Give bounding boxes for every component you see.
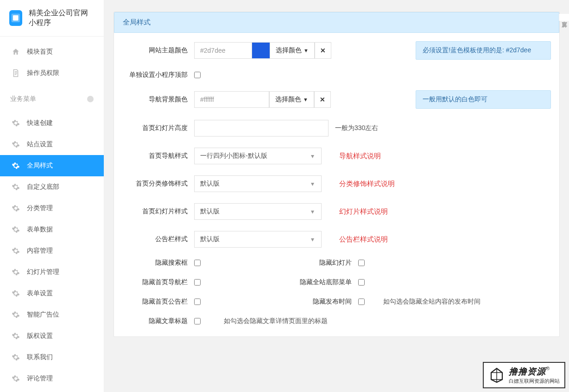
watermark-main: 撸撸资源 [509,367,546,376]
nav-label: 操作员权限 [27,69,59,77]
label-cat-style: 首页分类修饰样式 [122,180,194,188]
chevron-down-icon: ▾ [304,203,322,220]
nav-biz-item[interactable]: 幻灯片管理 [0,261,104,283]
nav-bg-input[interactable] [194,91,269,108]
app-header: 精美企业公司官网小程序 [0,0,104,37]
gear-icon [11,118,20,128]
theme-color-clear-button[interactable]: ✕ [315,42,331,59]
nav-label: 全局样式 [27,162,53,170]
top-separate-checkbox[interactable] [194,72,201,78]
gear-icon [11,289,20,298]
theme-color-swatch [252,42,270,59]
hide-pubtime-checkbox[interactable] [358,299,365,305]
hide-slide-checkbox[interactable] [358,260,365,266]
gear-icon [11,140,20,149]
label-theme-color: 网站主题颜色 [122,46,194,55]
app-logo-icon [9,10,22,26]
nav-label: 幻灯片管理 [27,268,59,276]
label-hide-pubtime: 隐藏发布时间 [201,298,358,306]
nav-biz-item[interactable]: 内容管理 [0,240,104,261]
caret-down-icon: ▼ [303,48,309,53]
hide-title-checkbox[interactable] [194,318,201,324]
watermark: 撸撸资源® 白嫖互联网资源的网站 [483,362,565,388]
watermark-reg: ® [546,366,550,371]
nav-module-home[interactable]: 模块首页 [0,41,104,62]
theme-color-picker-button[interactable]: 选择颜色▼ [270,42,315,59]
slide-height-input[interactable] [194,120,329,137]
label-nav-style: 首页导航样式 [122,152,194,160]
label-slide-height: 首页幻灯片高度 [122,124,194,132]
collapse-icon[interactable] [87,96,94,102]
gear-icon [11,331,20,341]
watermark-logo-icon [488,367,505,384]
nav-biz-item[interactable]: 自定义底部 [0,176,104,198]
svg-rect-1 [13,15,18,20]
label-hide-search: 隐藏搜索框 [122,259,194,267]
gear-icon [11,182,20,192]
nav-label: 评论管理 [27,374,53,383]
nav-biz-item[interactable]: 站点设置 [0,134,104,155]
nav-label: 分类管理 [27,204,53,212]
label-hide-footer: 隐藏全站底部菜单 [201,278,358,286]
hide-footer-checkbox[interactable] [358,279,365,286]
gear-icon [11,161,20,170]
nav-operator-perm[interactable]: 操作员权限 [0,62,104,84]
cat-style-select[interactable]: 默认版 ▾ [194,175,322,192]
chevron-down-icon: ▾ [304,231,322,248]
hide-home-nav-checkbox[interactable] [194,279,201,286]
caret-down-icon: ▼ [303,97,308,102]
gear-icon [11,268,20,277]
chevron-down-icon: ▾ [304,175,322,192]
hide-notice-checkbox[interactable] [194,299,201,305]
nav-label: 模块首页 [27,48,53,56]
gear-icon [11,310,20,319]
right-edge-label: 宽 屏 [559,14,569,21]
hide-title-hint: 如勾选会隐藏文章详情页面里的标题 [224,317,328,325]
nav-biz-item[interactable]: 智能广告位 [0,304,104,325]
nav-label: 智能广告位 [27,311,59,319]
theme-color-input[interactable] [194,42,252,59]
nav-biz-item[interactable]: 表单数据 [0,219,104,240]
notice-style-select[interactable]: 默认版 ▾ [194,231,322,248]
home-icon [11,47,20,56]
nav-label: 自定义底部 [27,183,59,191]
gear-icon [11,246,20,255]
slide-height-hint: 一般为330左右 [335,124,378,132]
nav-biz-item[interactable]: 表单设置 [0,283,104,304]
hide-pubtime-hint: 如勾选会隐藏全站内容的发布时间 [383,298,480,306]
nav-biz-item[interactable]: 快速创建 [0,112,104,134]
label-nav-bg: 导航背景颜色 [122,95,194,104]
nav-label: 站点设置 [27,140,53,149]
section-business-menu: 业务菜单 [0,88,104,108]
section-label: 业务菜单 [10,95,36,103]
nav-label: 联系我们 [27,353,53,361]
theme-color-hint: 必须设置!蓝色模板使用的是: #2d7dee [416,41,551,60]
nav-label: 表单设置 [27,289,53,298]
nav-label: 表单数据 [27,225,53,234]
label-top-separate: 单独设置小程序顶部 [122,71,194,79]
label-hide-notice: 隐藏首页公告栏 [122,298,194,306]
nav-biz-item[interactable]: 联系我们 [0,347,104,368]
nav-style-link[interactable]: 导航样式说明 [339,152,381,161]
gear-icon [11,374,20,383]
nav-biz-item[interactable]: 评论管理 [0,368,104,389]
gear-icon [11,225,20,234]
nav-bg-clear-button[interactable]: ✕ [314,91,331,108]
nav-biz-item[interactable]: 版权设置 [0,325,104,347]
label-hide-title: 隐藏文章标题 [122,317,194,325]
nav-label: 内容管理 [27,247,53,255]
chevron-down-icon: ▾ [304,148,322,164]
slide-style-link[interactable]: 幻灯片样式说明 [339,207,388,216]
notice-style-link[interactable]: 公告栏样式说明 [339,235,388,244]
nav-bg-picker-button[interactable]: 选择颜色▼ [269,91,314,108]
watermark-sub: 白嫖互联网资源的网站 [509,378,560,385]
gear-icon [11,353,20,362]
nav-biz-item[interactable]: 全局样式 [0,155,104,176]
label-hide-slide: 隐藏幻灯片 [201,259,358,267]
nav-biz-item[interactable]: 分类管理 [0,198,104,219]
cat-style-link[interactable]: 分类修饰样式说明 [339,180,395,188]
slide-style-select[interactable]: 默认版 ▾ [194,203,322,220]
hide-search-checkbox[interactable] [194,260,201,266]
nav-label: 版权设置 [27,332,53,340]
nav-style-select[interactable]: 一行四列小图标-默认版 ▾ [194,148,322,164]
